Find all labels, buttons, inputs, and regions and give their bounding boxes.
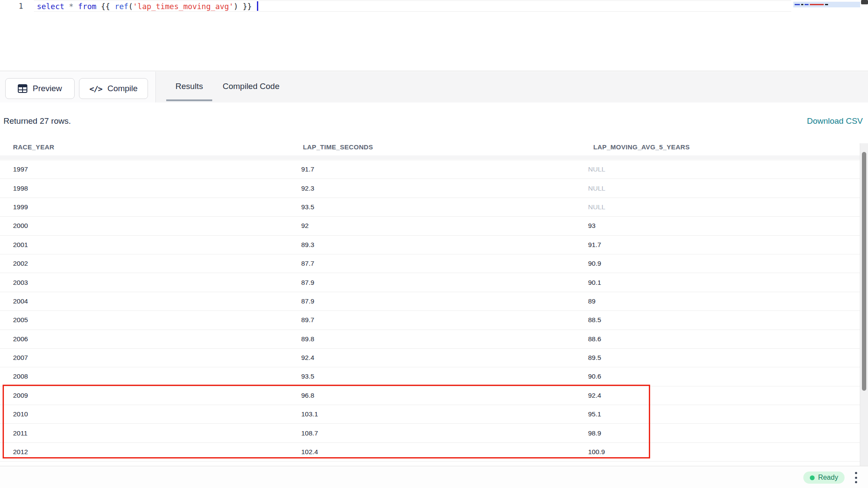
row-count-summary: Returned 27 rows.: [3, 116, 71, 126]
download-csv-link[interactable]: Download CSV: [807, 116, 863, 126]
cell-race-year: 1998: [0, 185, 301, 192]
table-header: RACE_YEAR LAP_TIME_SECONDS LAP_MOVING_AV…: [0, 138, 860, 155]
cell-lap-time-seconds: 87.7: [301, 260, 588, 267]
table-row: 2011 108.7 98.9: [0, 424, 860, 442]
table-row: 1998 92.3 NULL: [0, 179, 860, 198]
cell-race-year: 2002: [0, 260, 301, 267]
minimap-mark: [810, 4, 824, 5]
kebab-menu-icon[interactable]: [853, 472, 858, 483]
cell-lap-moving-avg: 89: [588, 297, 860, 305]
cell-lap-moving-avg: 95.1: [588, 410, 860, 418]
tab-compiled-code-label: Compiled Code: [223, 82, 279, 91]
table-scrollbar-thumb[interactable]: [862, 152, 866, 391]
tab-results-label: Results: [175, 82, 203, 91]
code-token: {{: [96, 2, 115, 11]
cell-race-year: 2011: [0, 429, 301, 437]
cell-lap-moving-avg: 88.6: [588, 335, 860, 343]
cell-lap-moving-avg: NULL: [588, 203, 860, 211]
cell-lap-moving-avg: 92.4: [588, 392, 860, 399]
preview-button[interactable]: Preview: [5, 78, 75, 99]
code-token: [73, 2, 78, 11]
cell-race-year: 2005: [0, 316, 301, 324]
tab-results[interactable]: Results: [166, 72, 212, 101]
cell-lap-time-seconds: 89.7: [301, 316, 588, 324]
cell-lap-time-seconds: 89.8: [301, 335, 588, 343]
code-icon: </>: [89, 84, 102, 93]
minimap-mark: [801, 4, 803, 5]
cell-lap-moving-avg: 90.6: [588, 373, 860, 380]
table-row: 2001 89.3 91.7: [0, 236, 860, 254]
code-token: }}: [238, 2, 252, 11]
cell-race-year: 2000: [0, 222, 301, 230]
cell-lap-time-seconds: 93.5: [301, 373, 588, 380]
cell-lap-moving-avg: NULL: [588, 165, 860, 173]
status-bar: Ready: [0, 466, 868, 488]
cell-lap-moving-avg: 93: [588, 222, 860, 230]
cell-lap-moving-avg: 88.5: [588, 316, 860, 324]
line-number: 1: [16, 2, 25, 10]
cell-lap-time-seconds: 87.9: [301, 297, 588, 305]
cell-race-year: 2008: [0, 373, 301, 380]
results-meta: Returned 27 rows. Download CSV: [0, 102, 868, 137]
cell-lap-moving-avg: 91.7: [588, 241, 860, 249]
table-row: 2012 102.4 100.9: [0, 443, 860, 462]
cell-lap-moving-avg: 100.9: [588, 448, 860, 456]
cell-lap-time-seconds: 92.3: [301, 185, 588, 192]
editor-scrollbar-thumb[interactable]: [861, 0, 868, 4]
tab-compiled-code[interactable]: Compiled Code: [223, 72, 279, 101]
cell-lap-moving-avg: 89.5: [588, 354, 860, 362]
table-row: 2008 93.5 90.6: [0, 367, 860, 386]
cell-lap-time-seconds: 103.1: [301, 410, 588, 418]
cell-race-year: 2001: [0, 241, 301, 249]
cell-lap-time-seconds: 92: [301, 222, 588, 230]
cell-lap-time-seconds: 91.7: [301, 165, 588, 173]
table-row: 1999 93.5 NULL: [0, 198, 860, 217]
code-token: [252, 2, 256, 11]
cell-race-year: 2004: [0, 297, 301, 305]
code-token: from: [78, 2, 96, 11]
code-token: ref: [115, 2, 128, 11]
cell-race-year: 2006: [0, 335, 301, 343]
code-token: [64, 2, 69, 11]
code-token: 'lap_times_moving_avg': [133, 2, 233, 11]
compile-label: Compile: [107, 84, 138, 93]
column-header-lap-moving-avg: LAP_MOVING_AVG_5_YEARS: [588, 143, 860, 151]
ready-label: Ready: [818, 474, 838, 481]
cell-lap-time-seconds: 93.5: [301, 203, 588, 211]
editor-minimap[interactable]: [793, 2, 860, 7]
cell-lap-time-seconds: 87.9: [301, 279, 588, 287]
code-line[interactable]: select * from {{ ref('lap_times_moving_a…: [37, 1, 258, 12]
column-header-race-year: RACE_YEAR: [0, 143, 301, 151]
minimap-mark: [795, 4, 800, 5]
table-icon: [18, 84, 27, 93]
minimap-mark: [825, 4, 828, 5]
header-divider-band: [0, 155, 860, 159]
table-row: 2000 92 93: [0, 217, 860, 235]
compile-button[interactable]: </> Compile: [79, 78, 148, 99]
toolbar: Preview </> Compile Results Compiled Cod…: [0, 72, 868, 102]
cell-lap-moving-avg: 90.1: [588, 279, 860, 287]
active-tab-underline: [166, 99, 212, 101]
table-row: 2006 89.8 88.6: [0, 330, 860, 349]
cell-lap-moving-avg: NULL: [588, 185, 860, 192]
table-row: 2005 89.7 88.5: [0, 311, 860, 330]
text-cursor: [257, 1, 258, 11]
cell-lap-moving-avg: 98.9: [588, 429, 860, 437]
table-row: 2007 92.4 89.5: [0, 349, 860, 367]
cell-lap-moving-avg: 90.9: [588, 260, 860, 267]
cell-race-year: 2010: [0, 410, 301, 418]
cell-race-year: 2009: [0, 392, 301, 399]
table-row: 2009 96.8 92.4: [0, 386, 860, 405]
code-token: select: [37, 2, 64, 11]
ready-status-badge: Ready: [803, 472, 845, 484]
preview-label: Preview: [33, 84, 62, 93]
status-dot-icon: [810, 475, 815, 480]
minimap-mark: [805, 4, 809, 5]
sql-editor[interactable]: 1 select * from {{ ref('lap_times_moving…: [0, 0, 868, 71]
table-scrollbar-track[interactable]: [860, 143, 868, 466]
code-token: *: [69, 2, 74, 11]
cell-lap-time-seconds: 92.4: [301, 354, 588, 362]
ide-screen: 1 select * from {{ ref('lap_times_moving…: [0, 0, 868, 488]
table-row: 2002 87.7 90.9: [0, 254, 860, 273]
column-header-lap-time-seconds: LAP_TIME_SECONDS: [301, 143, 588, 151]
